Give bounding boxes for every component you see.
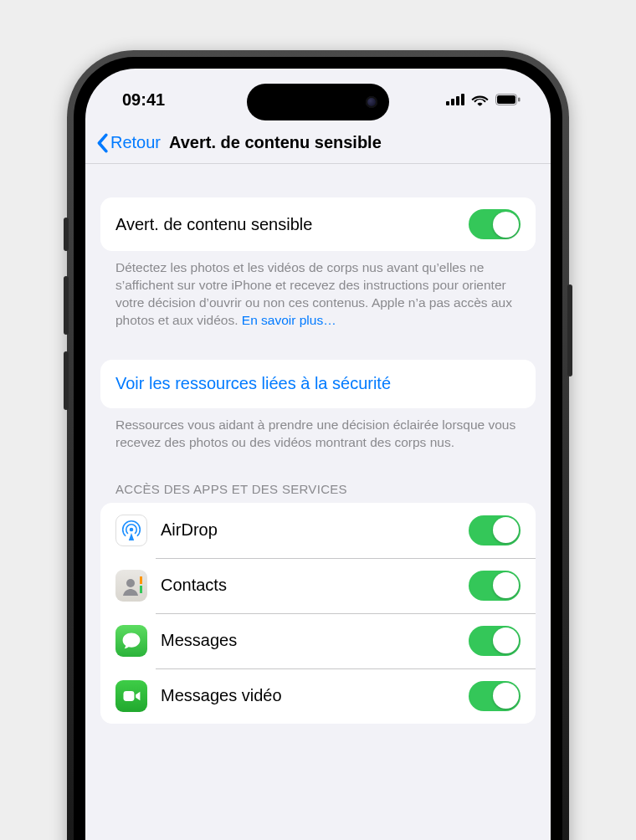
volume-up-button bbox=[64, 276, 69, 335]
svg-point-3 bbox=[130, 527, 134, 531]
app-row-messages-vidéo: Messages vidéo bbox=[100, 668, 536, 724]
facetime-icon bbox=[115, 680, 147, 712]
app-label: Contacts bbox=[161, 576, 469, 595]
airdrop-icon bbox=[115, 515, 147, 546]
app-toggle-airdrop[interactable] bbox=[469, 515, 521, 545]
view-safety-resources-button[interactable]: Voir les ressources liées à la sécurité bbox=[100, 360, 536, 408]
app-label: Messages vidéo bbox=[161, 686, 469, 705]
sensitive-content-toggle[interactable] bbox=[469, 209, 521, 239]
app-row-messages: Messages bbox=[100, 613, 536, 668]
svg-rect-7 bbox=[123, 690, 134, 700]
app-label: Messages bbox=[161, 631, 469, 650]
resources-group: Voir les ressources liées à la sécurité bbox=[100, 360, 536, 408]
main-description: Détectez les photos et les vidéos de cor… bbox=[100, 251, 536, 330]
power-button bbox=[567, 284, 572, 376]
page-title: Avert. de contenu sensible bbox=[169, 133, 382, 152]
nav-bar: Retour Avert. de contenu sensible bbox=[85, 122, 551, 164]
wifi-icon bbox=[471, 94, 489, 106]
volume-down-button bbox=[64, 351, 69, 410]
sensitive-content-label: Avert. de contenu sensible bbox=[115, 215, 469, 234]
messages-icon bbox=[115, 625, 147, 657]
phone-frame: 09:41 Retour Av bbox=[67, 50, 569, 840]
svg-rect-5 bbox=[140, 576, 142, 584]
app-row-contacts: Contacts bbox=[100, 558, 536, 613]
svg-rect-1 bbox=[497, 95, 515, 104]
view-safety-resources-label: Voir les ressources liées à la sécurité bbox=[115, 374, 521, 393]
main-toggle-group: Avert. de contenu sensible bbox=[100, 197, 536, 251]
cellular-icon bbox=[446, 94, 464, 105]
sensitive-content-row: Avert. de contenu sensible bbox=[100, 197, 536, 251]
svg-rect-2 bbox=[518, 98, 521, 102]
status-time: 09:41 bbox=[122, 90, 165, 110]
dynamic-island bbox=[247, 84, 389, 120]
app-toggle-messages[interactable] bbox=[469, 626, 521, 656]
mute-switch bbox=[64, 218, 69, 251]
screen: 09:41 Retour Av bbox=[85, 69, 551, 840]
chevron-left-icon bbox=[95, 133, 109, 153]
back-button[interactable]: Retour bbox=[95, 133, 161, 153]
app-toggle-messages-vidéo[interactable] bbox=[469, 681, 521, 711]
back-label: Retour bbox=[110, 133, 161, 152]
contacts-icon bbox=[115, 570, 147, 602]
svg-point-4 bbox=[126, 579, 135, 587]
apps-section-header: ACCÈS DES APPS ET DES SERVICES bbox=[100, 482, 536, 503]
app-row-airdrop: AirDrop bbox=[100, 503, 536, 558]
resources-footer: Ressources vous aidant à prendre une déc… bbox=[100, 408, 536, 452]
battery-icon bbox=[495, 94, 521, 105]
front-camera bbox=[366, 96, 377, 108]
svg-rect-6 bbox=[140, 586, 142, 593]
app-toggle-contacts[interactable] bbox=[469, 571, 521, 601]
apps-group: AirDropContactsMessagesMessages vidéo bbox=[100, 503, 536, 724]
app-label: AirDrop bbox=[161, 520, 469, 540]
learn-more-link[interactable]: En savoir plus… bbox=[242, 313, 336, 327]
